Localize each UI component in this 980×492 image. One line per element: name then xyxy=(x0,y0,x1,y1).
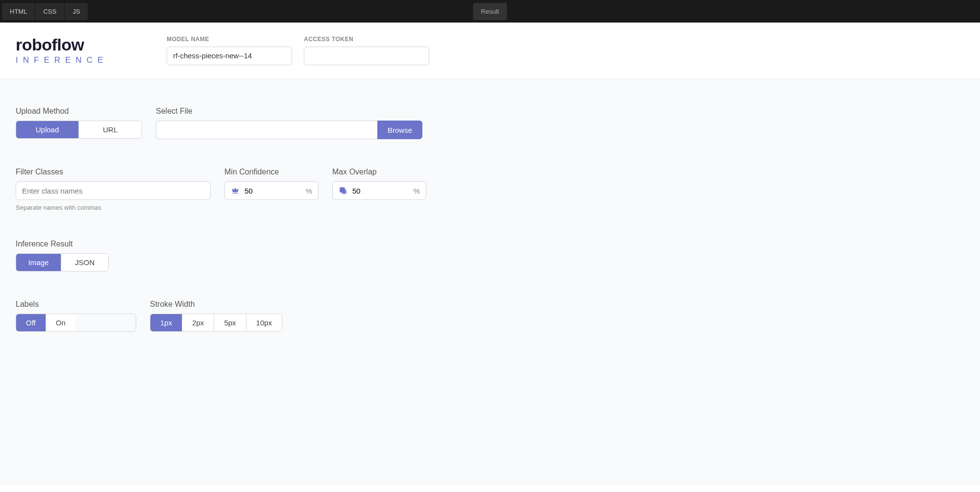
inference-result-label: Inference Result xyxy=(16,240,109,248)
inference-json-button[interactable]: JSON xyxy=(61,254,108,271)
overlap-icon xyxy=(339,186,347,195)
model-name-field: MODEL NAME xyxy=(167,36,292,65)
editor-topbar: HTML CSS JS Result xyxy=(0,0,980,23)
model-name-input[interactable] xyxy=(167,47,292,65)
labels-stroke-row: Labels Off On Stroke Width 1px 2px 5px 1… xyxy=(16,300,964,332)
select-file-col: Select File Browse xyxy=(156,107,422,139)
upload-method-upload-button[interactable]: Upload xyxy=(16,121,79,138)
labels-on-button[interactable]: On xyxy=(46,314,75,331)
svg-rect-1 xyxy=(342,190,346,194)
max-overlap-label: Max Overlap xyxy=(332,168,426,176)
labels-group: Off On xyxy=(16,314,136,332)
stroke-2px-button[interactable]: 2px xyxy=(182,314,214,331)
browse-button[interactable]: Browse xyxy=(377,121,422,139)
labels-label: Labels xyxy=(16,300,136,309)
filter-classes-label: Filter Classes xyxy=(16,168,211,176)
header-strip: roboflow INFERENCE MODEL NAME ACCESS TOK… xyxy=(0,23,980,79)
stroke-1px-button[interactable]: 1px xyxy=(150,314,182,331)
min-confidence-group: % xyxy=(224,181,318,200)
tab-html[interactable]: HTML xyxy=(2,3,35,20)
min-confidence-col: Min Confidence % xyxy=(224,168,318,211)
logo-main-text: roboflow xyxy=(16,35,108,54)
labels-off-button[interactable]: Off xyxy=(16,314,46,331)
upload-method-group: Upload URL xyxy=(16,121,142,139)
max-overlap-input[interactable] xyxy=(352,187,414,195)
result-tab-wrap: Result xyxy=(473,3,507,20)
tab-js[interactable]: JS xyxy=(65,3,88,20)
filter-row: Filter Classes Separate names with comma… xyxy=(16,168,964,211)
file-row: Browse xyxy=(156,121,422,139)
access-token-label: ACCESS TOKEN xyxy=(304,36,429,43)
min-confidence-suffix: % xyxy=(306,187,312,195)
max-overlap-group: % xyxy=(332,181,426,200)
filter-classes-input[interactable] xyxy=(16,181,211,200)
main-area: Upload Method Upload URL Select File Bro… xyxy=(0,79,980,485)
inference-row: Inference Result Image JSON xyxy=(16,240,964,271)
min-confidence-label: Min Confidence xyxy=(224,168,318,176)
stroke-width-col: Stroke Width 1px 2px 5px 10px xyxy=(150,300,282,332)
logo-sub-text: INFERENCE xyxy=(16,55,108,65)
stroke-width-label: Stroke Width xyxy=(150,300,282,309)
filter-classes-helper: Separate names with commas xyxy=(16,204,211,211)
tab-result[interactable]: Result xyxy=(473,3,507,20)
stroke-10px-button[interactable]: 10px xyxy=(246,314,282,331)
upload-method-label: Upload Method xyxy=(16,107,142,116)
upload-row: Upload Method Upload URL Select File Bro… xyxy=(16,107,964,139)
inference-result-col: Inference Result Image JSON xyxy=(16,240,109,271)
max-overlap-suffix: % xyxy=(414,187,420,195)
crown-icon xyxy=(231,186,240,195)
file-path-input[interactable] xyxy=(156,121,377,139)
access-token-input[interactable] xyxy=(304,47,429,65)
stroke-5px-button[interactable]: 5px xyxy=(214,314,246,331)
tab-css[interactable]: CSS xyxy=(35,3,64,20)
upload-method-col: Upload Method Upload URL xyxy=(16,107,142,139)
labels-col: Labels Off On xyxy=(16,300,136,332)
max-overlap-col: Max Overlap % xyxy=(332,168,426,211)
code-tabs: HTML CSS JS xyxy=(2,3,88,20)
min-confidence-input[interactable] xyxy=(245,187,306,195)
upload-method-url-button[interactable]: URL xyxy=(79,121,142,138)
inference-image-button[interactable]: Image xyxy=(16,254,61,271)
access-token-field: ACCESS TOKEN xyxy=(304,36,429,65)
header-fields: MODEL NAME ACCESS TOKEN xyxy=(167,36,429,65)
select-file-label: Select File xyxy=(156,107,422,116)
filter-classes-col: Filter Classes Separate names with comma… xyxy=(16,168,211,211)
logo: roboflow INFERENCE xyxy=(16,35,108,65)
model-name-label: MODEL NAME xyxy=(167,36,292,43)
stroke-width-group: 1px 2px 5px 10px xyxy=(150,314,282,332)
inference-result-group: Image JSON xyxy=(16,253,109,271)
